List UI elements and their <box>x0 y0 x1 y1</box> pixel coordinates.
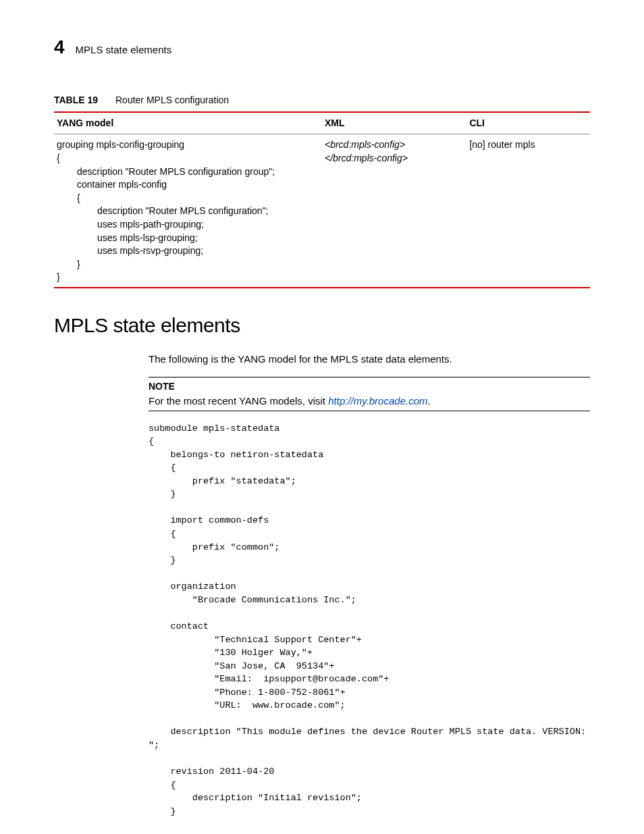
note-text: For the most recent YANG models, visit h… <box>149 394 590 408</box>
yang-line: container mpls-config <box>77 178 319 192</box>
yang-line: description "Router MPLS configuration g… <box>77 165 319 179</box>
note-box: NOTE For the most recent YANG models, vi… <box>149 377 590 411</box>
config-table: YANG model XML CLI grouping mpls-config-… <box>54 111 590 288</box>
note-prefix: For the most recent YANG models, visit <box>149 395 328 407</box>
chapter-title: MPLS state elements <box>76 43 172 57</box>
yang-line: { <box>77 192 319 205</box>
cli-cell: [no] router mpls <box>466 134 590 288</box>
note-label: NOTE <box>149 380 590 394</box>
yang-line: { <box>57 152 319 165</box>
table-row: grouping mpls-config-grouping { descript… <box>54 134 590 288</box>
col-header-cli: CLI <box>466 112 590 134</box>
yang-model-cell: grouping mpls-config-grouping { descript… <box>57 138 319 284</box>
running-header: 4 MPLS state elements <box>54 34 590 60</box>
table-title: Router MPLS configuration <box>115 95 229 105</box>
note-link[interactable]: http://my.brocade.com <box>328 395 427 407</box>
xml-line: <brcd:mpls-config> <box>325 138 464 152</box>
table-caption: TABLE 19 Router MPLS configuration <box>54 94 590 107</box>
yang-line: description "Router MPLS configuration"; <box>97 205 319 218</box>
section-intro: The following is the YANG model for the … <box>149 352 590 366</box>
yang-line: uses mpls-path-grouping; <box>97 218 319 232</box>
xml-cell: <brcd:mpls-config> </brcd:mpls-config> <box>325 138 464 165</box>
xml-line: </brcd:mpls-config> <box>325 152 464 165</box>
yang-line: grouping mpls-config-grouping <box>57 138 319 152</box>
yang-line: } <box>77 258 319 271</box>
col-header-yang: YANG model <box>54 112 322 134</box>
yang-line: } <box>57 271 319 284</box>
yang-line: uses mpls-rsvp-grouping; <box>97 244 319 258</box>
note-suffix: . <box>428 395 431 407</box>
chapter-number: 4 <box>54 34 65 60</box>
section-heading: MPLS state elements <box>54 311 590 340</box>
yang-code-block: submodule mpls-statedata { belongs-to ne… <box>149 422 590 835</box>
yang-line: uses mpls-lsp-grouping; <box>97 232 319 245</box>
table-label: TABLE 19 <box>54 95 98 105</box>
col-header-xml: XML <box>322 112 466 134</box>
